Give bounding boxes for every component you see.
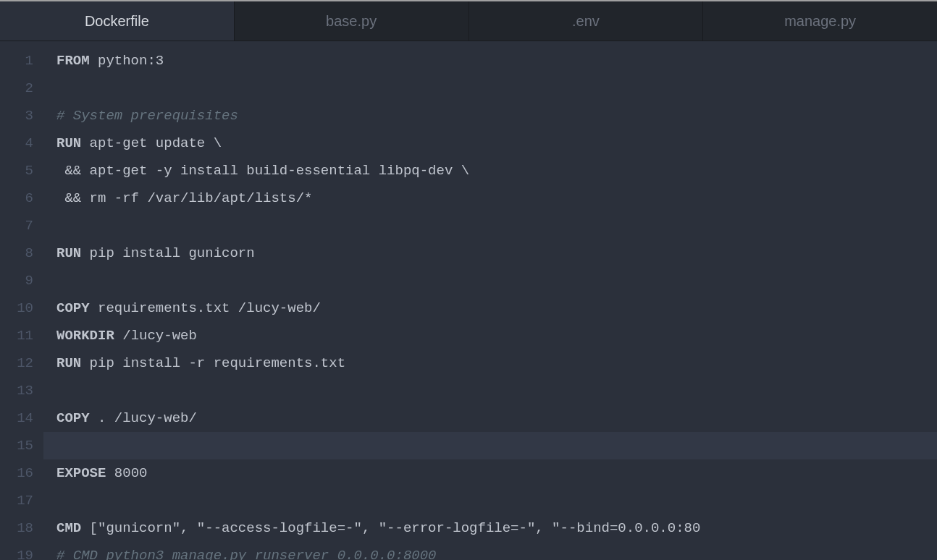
dockerfile-keyword: EXPOSE (56, 465, 106, 481)
line-number: 16 (0, 459, 43, 487)
line-number: 6 (0, 184, 43, 212)
tab-dockerfile[interactable]: Dockerfile (0, 1, 235, 41)
code-line-empty (56, 377, 937, 404)
line-number: 13 (0, 377, 43, 404)
code-text: pip install gunicorn (81, 245, 254, 261)
line-number: 4 (0, 130, 43, 157)
line-number: 14 (0, 404, 43, 432)
code-line: RUN pip install gunicorn (56, 239, 937, 267)
code-line: CMD ["gunicorn", "--access-logfile=-", "… (56, 514, 937, 542)
tab-base-py[interactable]: base.py (235, 1, 469, 41)
comment: # CMD python3 manage.py runserver 0.0.0.… (56, 548, 437, 560)
code-area[interactable]: FROM python:3 # System prerequisites RUN… (43, 41, 937, 560)
line-gutter: 1 2 3 4 5 6 7 8 9 10 11 12 13 14 15 16 1… (0, 41, 43, 560)
line-number: 19 (0, 542, 43, 560)
code-text: && apt-get -y install build-essential li… (56, 163, 469, 179)
code-text: . /lucy-web/ (90, 410, 197, 426)
line-number: 17 (0, 487, 43, 514)
code-line: COPY requirements.txt /lucy-web/ (56, 294, 937, 322)
comment: # System prerequisites (56, 108, 238, 124)
code-line-empty (56, 267, 937, 294)
code-line-empty (56, 487, 937, 514)
code-line: EXPOSE 8000 (56, 459, 937, 487)
code-text: pip install -r requirements.txt (81, 355, 345, 371)
code-text: ["gunicorn", "--access-logfile=-", "--er… (81, 520, 700, 536)
code-line: COPY . /lucy-web/ (56, 404, 937, 432)
line-number: 11 (0, 322, 43, 349)
line-number: 12 (0, 349, 43, 377)
code-text: requirements.txt /lucy-web/ (90, 300, 321, 316)
dockerfile-keyword: RUN (56, 355, 81, 371)
code-text: python:3 (90, 53, 164, 69)
code-text: /lucy-web (114, 328, 197, 344)
line-number: 2 (0, 75, 43, 102)
line-number: 5 (0, 157, 43, 184)
editor[interactable]: 1 2 3 4 5 6 7 8 9 10 11 12 13 14 15 16 1… (0, 41, 937, 560)
line-number: 3 (0, 102, 43, 130)
code-line: WORKDIR /lucy-web (56, 322, 937, 349)
tab-bar: Dockerfile base.py .env manage.py (0, 1, 937, 41)
code-line: RUN apt-get update \ (56, 130, 937, 157)
code-line-empty (56, 212, 937, 239)
line-number: 1 (0, 47, 43, 75)
code-line: FROM python:3 (56, 47, 937, 75)
code-line: && rm -rf /var/lib/apt/lists/* (56, 184, 937, 212)
line-number: 10 (0, 294, 43, 322)
dockerfile-keyword: WORKDIR (56, 328, 114, 344)
code-line: && apt-get -y install build-essential li… (56, 157, 937, 184)
line-number: 15 (0, 432, 43, 459)
dockerfile-keyword: COPY (56, 300, 90, 316)
line-number: 8 (0, 239, 43, 267)
code-text: && rm -rf /var/lib/apt/lists/* (56, 190, 312, 206)
dockerfile-keyword: RUN (56, 135, 81, 151)
code-text: 8000 (106, 465, 147, 481)
tab-env[interactable]: .env (469, 1, 704, 41)
code-line-empty (56, 75, 937, 102)
code-text: apt-get update \ (81, 135, 222, 151)
tab-manage-py[interactable]: manage.py (703, 1, 937, 41)
dockerfile-keyword: FROM (56, 53, 90, 69)
dockerfile-keyword: CMD (56, 520, 81, 536)
line-number: 18 (0, 514, 43, 542)
dockerfile-keyword: COPY (56, 410, 90, 426)
code-line: RUN pip install -r requirements.txt (56, 349, 937, 377)
code-line-current (43, 432, 937, 459)
line-number: 7 (0, 212, 43, 239)
code-line: # System prerequisites (56, 102, 937, 130)
dockerfile-keyword: RUN (56, 245, 81, 261)
line-number: 9 (0, 267, 43, 294)
code-line: # CMD python3 manage.py runserver 0.0.0.… (56, 542, 937, 560)
